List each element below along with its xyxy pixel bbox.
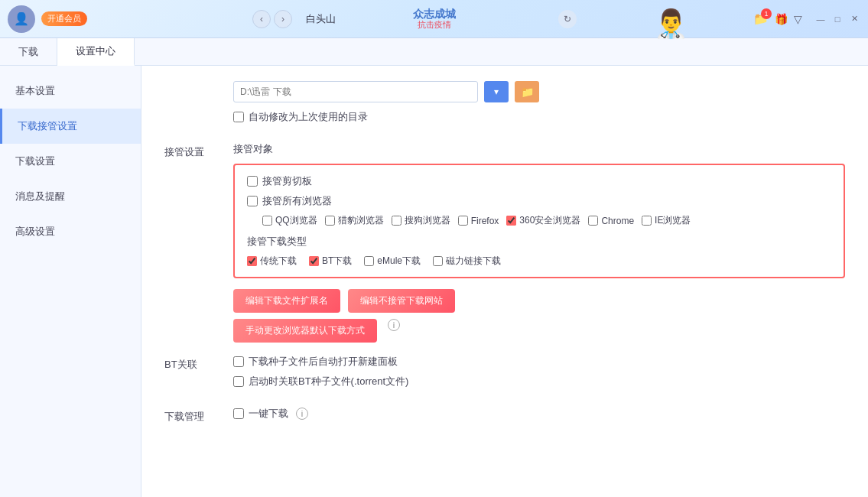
sidebar-item-notifications[interactable]: 消息及提醒	[0, 179, 141, 214]
logo-main: 众志成城	[413, 8, 456, 21]
content: ▾ 📁 自动修改为上次使用的目录 接管设置 接管对象 接管剪切板	[141, 66, 868, 497]
type-traditional-checkbox[interactable]	[247, 256, 257, 266]
browser-ie-checkbox[interactable]	[642, 216, 652, 226]
browser-ie: IE浏览器	[642, 214, 691, 227]
browser-row: QQ浏览器 猎豹浏览器 搜狗浏览器 Firefox	[262, 214, 831, 227]
all-browsers-row: 接管所有浏览器	[247, 194, 831, 208]
change-browser-info-icon[interactable]: i	[388, 319, 400, 331]
type-magnet: 磁力链接下载	[433, 255, 501, 268]
takeover-content: 接管对象 接管剪切板 接管所有浏览器	[233, 142, 845, 343]
bt-link-torrent-row: 启动时关联BT种子文件(.torrent文件)	[233, 375, 845, 388]
menu-icon[interactable]: ▽	[794, 13, 802, 25]
change-browser-button[interactable]: 手动更改浏览器默认下载方式	[233, 319, 377, 343]
browser-ie-label: IE浏览器	[655, 214, 691, 227]
sidebar-item-download-takeover[interactable]: 下载接管设置	[0, 109, 141, 144]
notification-badge: 1	[761, 8, 772, 19]
path-row: ▾ 📁	[233, 81, 845, 102]
sidebar-item-basic[interactable]: 基本设置	[0, 73, 141, 109]
type-traditional: 传统下载	[247, 255, 297, 268]
browser-firefox-checkbox[interactable]	[458, 216, 468, 226]
path-content: ▾ 📁 自动修改为上次使用的目录	[233, 81, 845, 130]
dm-one-click-checkbox[interactable]	[233, 408, 244, 419]
nav-back-button[interactable]: ‹	[252, 10, 271, 28]
bt-section: BT关联 下载种子文件后自动打开新建面板 启动时关联BT种子文件(.torren…	[164, 355, 845, 395]
type-row: 传统下载 BT下载 eMule下载 磁力链接下载	[247, 255, 831, 268]
titlebar: 👤 开通会员 ‹ › 白头山 ↻ 众志成城 抗击疫情 👨‍⚕️ 📁 1 🎁 ▽ …	[0, 0, 868, 38]
doctor-icon: 👨‍⚕️	[654, 10, 688, 37]
sidebar-item-advanced[interactable]: 高级设置	[0, 214, 141, 249]
type-title: 接管下载类型	[247, 235, 831, 248]
takeover-target-title: 接管对象	[233, 142, 845, 156]
type-traditional-label: 传统下载	[260, 255, 297, 268]
browser-sogou-checkbox[interactable]	[392, 216, 401, 226]
type-magnet-label: 磁力链接下载	[446, 255, 501, 268]
type-emule-label: eMule下载	[377, 255, 421, 268]
browser-chrome-checkbox[interactable]	[588, 216, 598, 226]
dm-section: 下载管理 一键下载 i	[164, 407, 845, 427]
browser-qq-label: QQ浏览器	[275, 214, 317, 227]
browser-firefox-label: Firefox	[471, 216, 499, 226]
browser-firefox: Firefox	[458, 216, 499, 226]
gift-icon[interactable]: 🎁	[775, 13, 788, 25]
type-emule-checkbox[interactable]	[364, 256, 374, 266]
path-dropdown-button[interactable]: ▾	[484, 81, 509, 102]
edit-site-button[interactable]: 编辑不接管下载网站	[348, 289, 455, 313]
nav-buttons: ‹ ›	[252, 10, 292, 28]
nav-refresh-button[interactable]: ↻	[558, 10, 577, 28]
type-bt-label: BT下载	[322, 255, 352, 268]
all-browsers-label: 接管所有浏览器	[262, 194, 332, 208]
sidebar: 基本设置 下载接管设置 下载设置 消息及提醒 高级设置	[0, 66, 141, 497]
path-folder-button[interactable]: 📁	[515, 81, 539, 102]
titlebar-doctor: 👨‍⚕️	[654, 1, 715, 37]
browser-360: 360安全浏览器	[506, 214, 580, 227]
dm-one-click-row: 一键下载 i	[233, 407, 845, 421]
browser-qq-checkbox[interactable]	[262, 216, 272, 226]
bt-link-torrent-checkbox[interactable]	[233, 376, 244, 387]
type-emule: eMule下载	[364, 255, 421, 268]
logo-sub: 抗击疫情	[418, 20, 451, 30]
avatar[interactable]: 👤	[8, 5, 35, 33]
tab-download[interactable]: 下载	[0, 38, 57, 66]
titlebar-logo: 众志成城 抗击疫情	[413, 8, 456, 31]
clipboard-row: 接管剪切板	[247, 174, 831, 188]
clipboard-label: 接管剪切板	[262, 174, 312, 188]
type-bt-checkbox[interactable]	[309, 256, 319, 266]
browser-qq: QQ浏览器	[262, 214, 317, 227]
auto-use-label: 自动修改为上次使用的目录	[249, 110, 368, 124]
path-label	[164, 81, 233, 84]
bt-auto-open-label: 下载种子文件后自动打开新建面板	[249, 355, 398, 369]
browser-sogou: 搜狗浏览器	[392, 214, 450, 227]
bt-auto-open-checkbox[interactable]	[233, 356, 244, 367]
dm-label: 下载管理	[164, 407, 233, 424]
browser-leopard-checkbox[interactable]	[325, 216, 335, 226]
clipboard-checkbox[interactable]	[247, 176, 258, 187]
type-magnet-checkbox[interactable]	[433, 256, 443, 266]
main-layout: 基本设置 下载接管设置 下载设置 消息及提醒 高级设置 ▾ 📁 自动修改为上次使…	[0, 66, 868, 497]
auto-use-row: 自动修改为上次使用的目录	[233, 110, 845, 124]
bt-label: BT关联	[164, 355, 233, 372]
nav-forward-button[interactable]: ›	[274, 10, 292, 28]
dm-one-click-info-icon[interactable]: i	[296, 408, 308, 420]
browser-360-checkbox[interactable]	[506, 216, 516, 226]
all-browsers-checkbox[interactable]	[247, 196, 258, 206]
tab-settings[interactable]: 设置中心	[57, 38, 135, 66]
titlebar-icons: 📁 1 🎁 ▽ — □ ✕	[753, 11, 860, 26]
auto-use-checkbox[interactable]	[233, 112, 244, 122]
bt-auto-open-row: 下载种子文件后自动打开新建面板	[233, 355, 845, 369]
notification-icon[interactable]: 📁 1	[753, 11, 769, 26]
vip-badge[interactable]: 开通会员	[41, 11, 87, 26]
action-buttons-2: 手动更改浏览器默认下载方式 i	[233, 319, 845, 343]
minimize-button[interactable]: —	[814, 13, 827, 25]
takeover-section: 接管设置 接管对象 接管剪切板 接管所有浏览器	[164, 142, 845, 343]
action-buttons: 编辑下载文件扩展名 编辑不接管下载网站	[233, 289, 845, 313]
sidebar-item-download-settings[interactable]: 下载设置	[0, 144, 141, 179]
edit-ext-button[interactable]: 编辑下载文件扩展名	[233, 289, 340, 313]
path-input[interactable]	[233, 81, 478, 102]
bt-link-torrent-label: 启动时关联BT种子文件(.torrent文件)	[249, 375, 408, 388]
close-button[interactable]: ✕	[848, 13, 860, 25]
maximize-button[interactable]: □	[831, 13, 844, 25]
tabbar: 下载 设置中心	[0, 38, 868, 66]
browser-chrome-label: Chrome	[601, 216, 634, 226]
dm-one-click-label: 一键下载	[249, 407, 288, 421]
browser-chrome: Chrome	[588, 216, 634, 226]
